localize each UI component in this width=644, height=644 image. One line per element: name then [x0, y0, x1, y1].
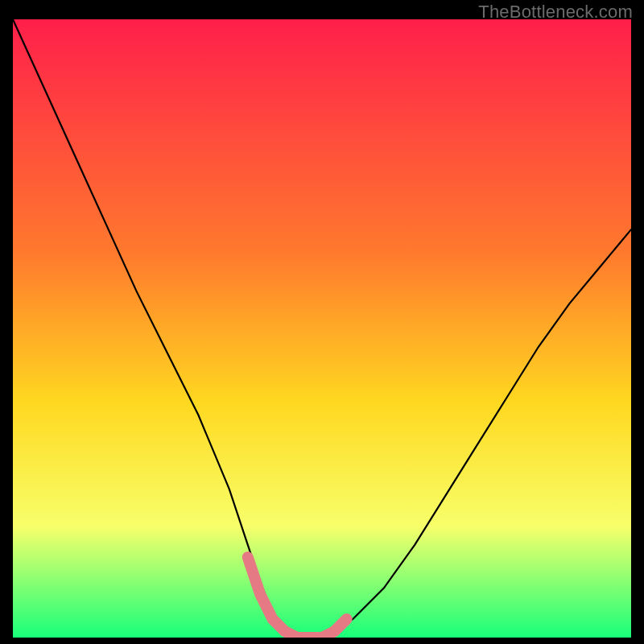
chart-frame: [13, 19, 631, 638]
chart-background-gradient: [13, 19, 631, 638]
bottleneck-chart: [13, 19, 631, 638]
